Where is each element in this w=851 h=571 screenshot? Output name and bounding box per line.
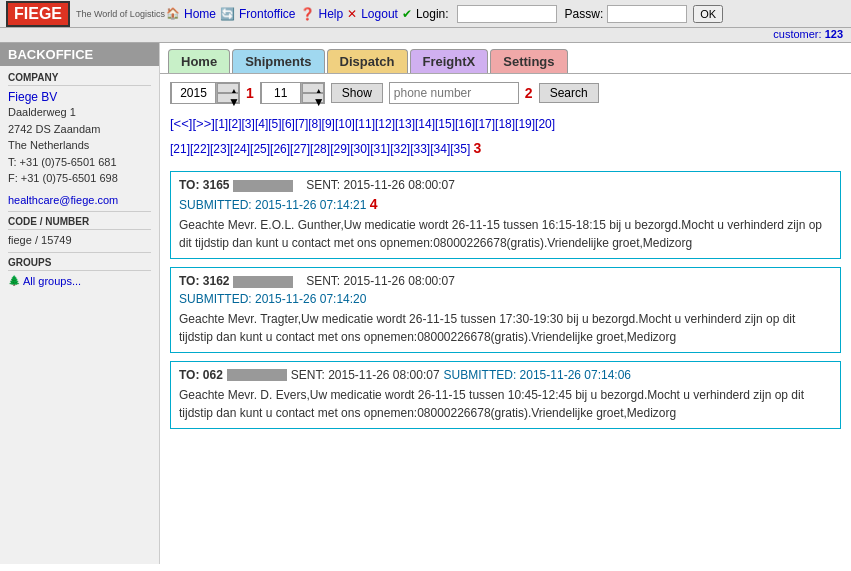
message-card-3: TO: 062 SENT: 2015-11-26 08:00:07 SUBMIT… [170, 361, 841, 429]
pag-33[interactable]: [33] [410, 142, 430, 156]
nav-logout[interactable]: Logout [361, 7, 398, 21]
tab-home[interactable]: Home [168, 49, 230, 73]
pag-7[interactable]: [7] [295, 117, 308, 131]
message-card-1: TO: 3165 SENT: 2015-11-26 08:00:07 SUBMI… [170, 171, 841, 259]
sidebar-content: COMPANY Fiege BV Daalderweg 1 2742 DS Za… [0, 66, 159, 293]
year-down[interactable]: ▼ [217, 93, 239, 103]
login-label: Login: [416, 7, 449, 21]
pag-25[interactable]: [25] [250, 142, 270, 156]
phone: T: +31 (0)75-6501 681 [8, 154, 151, 171]
all-groups-label: All groups... [23, 275, 81, 287]
tab-freightx[interactable]: FreightX [410, 49, 489, 73]
pag-30[interactable]: [30] [350, 142, 370, 156]
fax: F: +31 (0)75-6501 698 [8, 170, 151, 187]
pag-20[interactable]: [20] [535, 117, 555, 131]
month-down[interactable]: ▼ [302, 93, 324, 103]
msg-sub-label-1: SUBMITTED: 2015-11-26 07:14:21 [179, 198, 366, 212]
tab-shipments[interactable]: Shipments [232, 49, 324, 73]
msg-submitted-inline-3: SUBMITTED: 2015-11-26 07:14:06 [444, 368, 631, 382]
tab-settings[interactable]: Settings [490, 49, 567, 73]
pag-6[interactable]: [6] [282, 117, 295, 131]
pag-next[interactable]: [>>] [192, 116, 214, 131]
nav-home[interactable]: Home [184, 7, 216, 21]
msg-body-3: Geachte Mevr. D. Evers,Uw medicatie word… [179, 386, 832, 422]
pag-4[interactable]: [4] [255, 117, 268, 131]
msg-submitted-2: SUBMITTED: 2015-11-26 07:14:20 [179, 292, 832, 306]
pag-1[interactable]: [1] [215, 117, 228, 131]
year-spinner[interactable]: ▲ ▼ [170, 82, 240, 104]
pag-23[interactable]: [23] [210, 142, 230, 156]
msg-submitted-1: SUBMITTED: 2015-11-26 07:14:21 4 [179, 196, 832, 212]
pag-31[interactable]: [31] [370, 142, 390, 156]
address-line2: 2742 DS Zaandam [8, 121, 151, 138]
pag-prev[interactable]: [<<] [170, 116, 192, 131]
inner-content: ▲ ▼ 1 ▲ ▼ Show 2 Search [160, 74, 851, 445]
pag-17[interactable]: [17] [475, 117, 495, 131]
pag-24[interactable]: [24] [230, 142, 250, 156]
sidebar: BACKOFFICE COMPANY Fiege BV Daalderweg 1… [0, 43, 160, 564]
content-area: Home Shipments Dispatch FreightX Setting… [160, 43, 851, 564]
pag-22[interactable]: [22] [190, 142, 210, 156]
pag-15[interactable]: [15] [435, 117, 455, 131]
company-name[interactable]: Fiege BV [8, 90, 151, 104]
pag-18[interactable]: [18] [495, 117, 515, 131]
msg-to-label-3: TO: 062 [179, 368, 223, 382]
pag-11[interactable]: [11] [355, 117, 375, 131]
password-input[interactable] [607, 5, 687, 23]
nav-frontoffice[interactable]: Frontoffice [239, 7, 295, 21]
msg-sent-1: SENT: 2015-11-26 08:00:07 [306, 178, 455, 192]
pag-26[interactable]: [26] [270, 142, 290, 156]
pag-5[interactable]: [5] [268, 117, 281, 131]
year-up[interactable]: ▲ [217, 83, 239, 93]
code-value: fiege / 15749 [8, 234, 151, 246]
pag-12[interactable]: [12] [375, 117, 395, 131]
msg-header-1: TO: 3165 SENT: 2015-11-26 08:00:07 [179, 178, 832, 192]
email-link[interactable]: healthcare@fiege.com [8, 194, 118, 206]
pag-16[interactable]: [16] [455, 117, 475, 131]
pag-13[interactable]: [13] [395, 117, 415, 131]
tree-icon: 🌲 [8, 275, 20, 286]
nav-help[interactable]: Help [319, 7, 344, 21]
year-input[interactable] [171, 82, 216, 104]
badge3: 3 [474, 140, 482, 156]
pag-19[interactable]: [19] [515, 117, 535, 131]
pag-27[interactable]: [27] [290, 142, 310, 156]
month-up[interactable]: ▲ [302, 83, 324, 93]
month-input[interactable] [261, 82, 301, 104]
top-navigation: 🏠 Home 🔄 Frontoffice ❓ Help ✕ Logout ✔ L… [166, 5, 845, 23]
pag-28[interactable]: [28] [310, 142, 330, 156]
sidebar-divider1 [8, 211, 151, 212]
msg-header-3: TO: 062 SENT: 2015-11-26 08:00:07 SUBMIT… [179, 368, 832, 382]
sidebar-header: BACKOFFICE [0, 43, 159, 66]
pag-10[interactable]: [10] [335, 117, 355, 131]
msg-to-val-2: 3162 [203, 274, 230, 288]
pag-2[interactable]: [2] [228, 117, 241, 131]
pag-9[interactable]: [9] [322, 117, 335, 131]
pag-21[interactable]: [21] [170, 142, 190, 156]
address-line3: The Netherlands [8, 137, 151, 154]
msg-sent-2: SENT: 2015-11-26 08:00:07 [306, 274, 455, 288]
show-button[interactable]: Show [331, 83, 383, 103]
groups-label: GROUPS [8, 257, 151, 271]
tab-dispatch[interactable]: Dispatch [327, 49, 408, 73]
ok-button[interactable]: OK [693, 5, 723, 23]
pag-34[interactable]: [34] [430, 142, 450, 156]
pag-32[interactable]: [32] [390, 142, 410, 156]
pag-29[interactable]: [29] [330, 142, 350, 156]
msg-body-2: Geachte Mevr. Tragter,Uw medicatie wordt… [179, 310, 832, 346]
search-button[interactable]: Search [539, 83, 599, 103]
all-groups-link[interactable]: 🌲 All groups... [8, 275, 151, 287]
passw-label: Passw: [565, 7, 604, 21]
pag-35[interactable]: [35] [450, 142, 470, 156]
msg-redacted-2 [233, 276, 293, 288]
pag-8[interactable]: [8] [308, 117, 321, 131]
pag-3[interactable]: [3] [242, 117, 255, 131]
pag-14[interactable]: [14] [415, 117, 435, 131]
msg-redacted-3 [227, 369, 287, 381]
main-layout: BACKOFFICE COMPANY Fiege BV Daalderweg 1… [0, 43, 851, 564]
month-spinner[interactable]: ▲ ▼ [260, 82, 325, 104]
login-input[interactable] [457, 5, 557, 23]
phone-input[interactable] [389, 82, 519, 104]
code-label: CODE / NUMBER [8, 216, 151, 230]
address-line1: Daalderweg 1 [8, 104, 151, 121]
